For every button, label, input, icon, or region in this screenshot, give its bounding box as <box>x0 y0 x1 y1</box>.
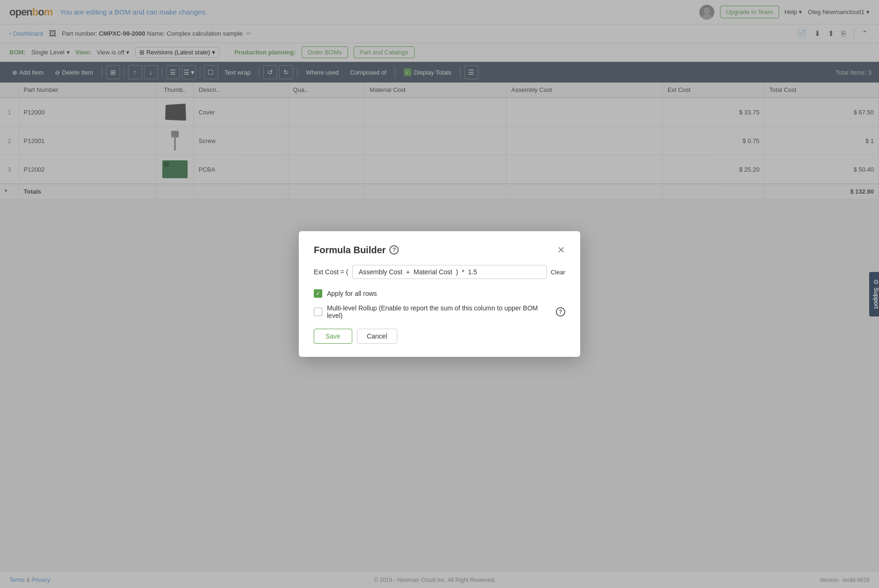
apply-all-rows-label: Apply for all rows <box>327 290 377 297</box>
support-tab[interactable]: ⊙ Support <box>869 272 879 317</box>
apply-all-rows-checkbox[interactable]: ✓ <box>314 289 322 298</box>
help-icon[interactable]: ? <box>389 245 399 255</box>
multilevel-rollup-row: Multi-level Rollup (Enable to report the… <box>314 304 565 319</box>
multilevel-rollup-label: Multi-level Rollup (Enable to report the… <box>327 304 551 319</box>
formula-input[interactable] <box>352 265 547 279</box>
multilevel-help-icon[interactable]: ? <box>556 307 565 317</box>
formula-builder-modal: Formula Builder ? ✕ Ext Cost = ( Clear ✓… <box>299 231 580 357</box>
modal-title: Formula Builder ? <box>314 245 399 256</box>
modal-footer: Save Cancel <box>314 329 565 344</box>
save-button[interactable]: Save <box>314 329 352 344</box>
close-button[interactable]: ✕ <box>557 244 565 256</box>
formula-line: Ext Cost = ( Clear <box>314 265 565 279</box>
formula-prefix-label: Ext Cost = ( <box>314 268 349 276</box>
clear-button[interactable]: Clear <box>551 269 565 276</box>
apply-all-rows-row: ✓ Apply for all rows <box>314 289 565 298</box>
multilevel-rollup-checkbox[interactable] <box>314 308 322 316</box>
modal-header: Formula Builder ? ✕ <box>314 244 565 256</box>
support-icon: ⊙ <box>873 279 879 285</box>
cancel-button[interactable]: Cancel <box>357 329 397 344</box>
